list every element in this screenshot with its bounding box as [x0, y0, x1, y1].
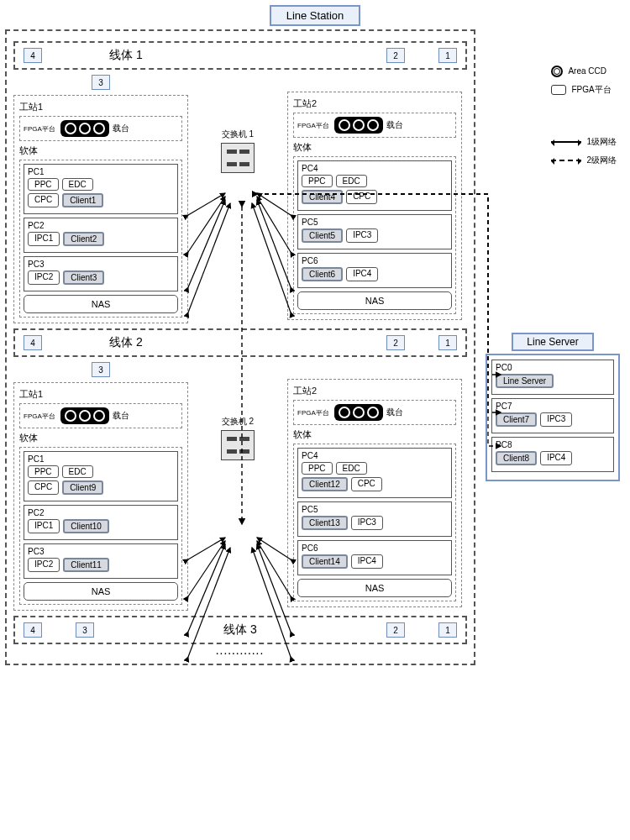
solid-arrow-icon: [551, 141, 581, 143]
lb1-label: 线体 1: [109, 48, 353, 63]
lb2-ws1-software: PC1 PPC EDC CPC Client9 PC2: [19, 447, 182, 605]
fpga-label: FPGA平台: [24, 412, 55, 421]
fpga-label: FPGA平台: [24, 124, 55, 134]
lb1-ws1-nas: NAS: [24, 295, 178, 313]
legend-net1-label: 1级网络: [586, 134, 617, 150]
lb1-ws1-camera: FPGA平台 载台: [19, 116, 182, 141]
client1-chip: Client1: [62, 193, 103, 207]
software-label: 软体: [293, 428, 456, 441]
lb1-ws2: 工站2 FPGA平台 载台 软体 PC4 PPC: [287, 92, 462, 320]
lb1-ws2-camera: FPGA平台 载台: [293, 113, 456, 138]
lb3-label: 线体 3: [128, 622, 353, 638]
client13-chip: Client13: [302, 516, 348, 530]
lb1-pc6: PC6 Client6 IPC4: [297, 253, 452, 288]
client9-chip: Client9: [62, 480, 103, 495]
lb1-ws1: 工站1 FPGA平台 载台 软体 PC1 PPC: [13, 95, 188, 323]
pc6-title: PC6: [302, 543, 448, 553]
switch2-col: 交换机 2: [200, 416, 276, 460]
pc3-title: PC3: [28, 260, 174, 269]
lb2-ws1: 工站1 FPGA平台 载台 软体 PC1 PPC: [13, 382, 188, 611]
lb2-num4: 4: [24, 335, 42, 350]
lb1-pc3: PC3 IPC2 Client3: [24, 256, 178, 291]
lb1-stations: 3 工站1 FPGA平台 载台 软体 PC1: [13, 75, 467, 323]
legend-fpga: FPGA平台: [551, 82, 617, 97]
line-station-title-wrap: Line Station: [5, 5, 625, 26]
carrier-label: 载台: [386, 407, 403, 418]
cpc-chip: CPC: [28, 480, 59, 495]
client11-chip: Client11: [63, 558, 109, 572]
lb1-ws1-title: 工站1: [19, 101, 182, 113]
line-body-1-strip: 4 线体 1 2 1: [13, 41, 467, 70]
ccd-icon: [60, 407, 109, 424]
lb3-num3: 3: [76, 622, 94, 638]
legend-area-ccd: Area CCD: [551, 64, 617, 79]
lb1-num3: 3: [92, 75, 110, 90]
lb2-pc2: PC2 IPC1 Client10: [24, 505, 178, 540]
ipc1-chip: IPC1: [28, 519, 60, 533]
ipc3-chip: IPC3: [346, 228, 378, 243]
ppc-chip: PPC: [302, 462, 333, 475]
client10-chip: Client10: [63, 519, 109, 533]
lb2-num1: 1: [438, 335, 457, 350]
edc-chip: EDC: [62, 178, 93, 191]
lb3-num4: 4: [24, 622, 42, 638]
pc7: PC7 Client7 IPC3: [491, 398, 614, 433]
pc7-title: PC7: [496, 402, 610, 411]
switch1-col: 交换机 1: [200, 129, 276, 173]
lb2-ws2-software: PC4 PPC EDC Client12 CPC PC5: [293, 444, 456, 601]
ipc3-chip: IPC3: [351, 516, 383, 530]
lb2-pc4: PC4 PPC EDC Client12 CPC: [297, 448, 452, 498]
diagram-root: Line Station Area CCD FPGA平台 1级网络 2级网络 L…: [5, 5, 625, 665]
lb2-pc5: PC5 Client13 IPC3: [297, 501, 452, 537]
lb3-num2: 2: [386, 622, 405, 638]
ipc3-chip: IPC3: [540, 412, 572, 427]
fpga-label: FPGA平台: [297, 121, 329, 130]
lb1-pc4: PC4 PPC EDC Client4 CPC: [297, 160, 452, 211]
lb2-label: 线体 2: [109, 335, 353, 350]
lb1-ws2-software: PC4 PPC EDC Client4 CPC PC5: [293, 156, 456, 314]
software-label: 软体: [19, 432, 182, 444]
lb1-pc2: PC2 IPC1 Client2: [24, 218, 178, 253]
pc4-title: PC4: [302, 451, 448, 460]
ellipsis: ············: [13, 649, 467, 659]
lb1-num2: 2: [386, 48, 405, 63]
switch-icon: [221, 430, 255, 460]
fpga-label: FPGA平台: [297, 408, 329, 417]
lb1-ws1-software: PC1 PPC EDC CPC Client1 PC2: [19, 160, 182, 318]
pc2-title: PC2: [28, 221, 174, 230]
client3-chip: Client3: [63, 270, 104, 285]
legend-net2: 2级网络: [551, 153, 617, 168]
line-station-title: Line Station: [270, 5, 361, 26]
line-server-panel: Line Server PC0 Line Server PC7 Client7 …: [486, 333, 620, 481]
legend-area-ccd-label: Area CCD: [568, 64, 606, 79]
software-label: 软体: [19, 144, 182, 157]
line-server-chip: Line Server: [496, 374, 554, 388]
ipc2-chip: IPC2: [28, 270, 60, 285]
line-server-title: Line Server: [512, 333, 593, 351]
lb2-ws1-nas: NAS: [24, 582, 178, 601]
area-ccd-icon: [551, 66, 563, 77]
dashed-arrow-icon: [551, 160, 581, 161]
client6-chip: Client6: [302, 267, 343, 281]
lb2-num3: 3: [92, 362, 110, 377]
carrier-label: 载台: [113, 123, 129, 134]
lb1-ws2-nas: NAS: [297, 291, 452, 310]
lb3-num1: 1: [438, 622, 457, 638]
legend-net1: 1级网络: [551, 134, 617, 150]
line-station-box: 4 线体 1 2 1 3 工站1 FPGA平台 载台: [5, 29, 475, 665]
pc1-title: PC1: [28, 167, 174, 176]
carrier-label: 载台: [113, 410, 129, 422]
ipc1-chip: IPC1: [28, 232, 60, 246]
client14-chip: Client14: [302, 554, 348, 569]
pc5-title: PC5: [302, 505, 448, 514]
lb2-ws2: 工站2 FPGA平台 载台 软体 PC4 PPC: [287, 379, 462, 607]
lb2-pc6: PC6 Client14 IPC4: [297, 540, 452, 575]
pc3-title: PC3: [28, 547, 174, 556]
pc6-title: PC6: [302, 256, 448, 265]
lb1-pc1: PC1 PPC EDC CPC Client1: [24, 164, 178, 214]
ipc4-chip: IPC4: [540, 451, 572, 465]
switch1-label: 交换机 1: [222, 129, 254, 140]
line-body-2-strip: 4 线体 2 2 1: [13, 328, 467, 357]
cpc-chip: CPC: [351, 477, 382, 491]
lb2-ws1-camera: FPGA平台 载台: [19, 403, 182, 428]
